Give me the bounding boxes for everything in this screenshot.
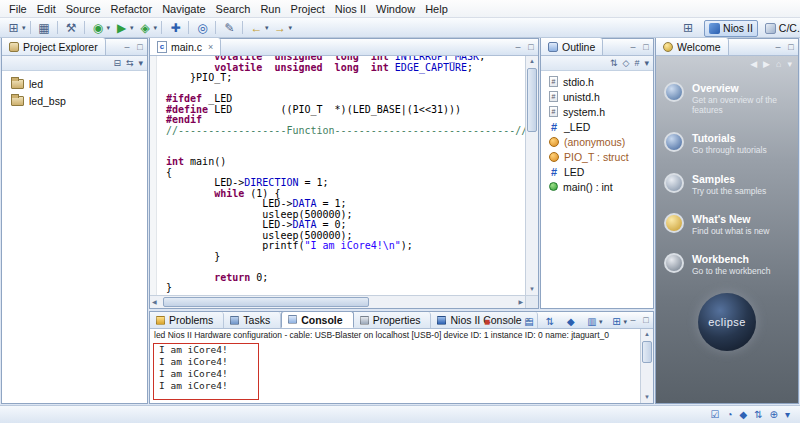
menu-item[interactable]: Window	[371, 1, 420, 17]
menu-item[interactable]: Navigate	[157, 1, 210, 17]
outline-item[interactable]: _LED	[541, 119, 653, 134]
minimize-icon[interactable]: –	[628, 40, 638, 54]
maximize-icon[interactable]: □	[526, 40, 536, 54]
minimize-icon[interactable]: –	[122, 40, 132, 54]
scroll-up-icon[interactable]: ▲	[641, 329, 653, 340]
remove-launch-icon[interactable]: ×	[500, 313, 517, 331]
new-c-project-icon[interactable]: ✚	[166, 19, 186, 37]
view-menu-icon[interactable]: ▾	[787, 59, 792, 69]
build-all-icon[interactable]: ⚒	[62, 19, 82, 37]
view-menu-icon[interactable]: ▾	[644, 57, 649, 70]
menu-item[interactable]: File	[4, 1, 32, 17]
view-menu-icon[interactable]: ▾	[138, 57, 143, 70]
welcome-section[interactable]: TutorialsGo through tutorials	[656, 132, 798, 155]
display-selected-console-icon[interactable]: ▥▾	[584, 313, 605, 331]
forward-icon[interactable]: ▶	[763, 59, 770, 69]
menu-item[interactable]: Project	[286, 1, 330, 17]
welcome-section[interactable]: What's NewFind out what is new	[656, 213, 798, 236]
scroll-down-icon[interactable]: ▼	[526, 284, 538, 295]
scrollbar-thumb[interactable]	[163, 297, 369, 307]
menu-item[interactable]: Search	[211, 1, 256, 17]
outline-item[interactable]: system.h	[541, 104, 653, 119]
collapse-all-icon[interactable]: ⊟	[113, 57, 121, 70]
minimize-icon[interactable]: –	[628, 313, 638, 327]
editor-vertical-scrollbar[interactable]: ▲ ▼	[525, 56, 538, 295]
menu-item[interactable]: Source	[61, 1, 106, 17]
editor-tab-main-c[interactable]: main.c ×	[150, 38, 221, 55]
maximize-icon[interactable]: □	[786, 40, 796, 54]
menu-item[interactable]: Nios II	[330, 1, 371, 17]
menu-item[interactable]: Help	[420, 1, 453, 17]
sort-icon[interactable]: ⇅	[610, 57, 618, 70]
run-icon[interactable]: ▶▾	[112, 19, 136, 37]
maximize-icon[interactable]: □	[135, 40, 145, 54]
perspective-label: Nios II	[723, 22, 753, 34]
outline-item[interactable]: stdio.h	[541, 74, 653, 89]
perspective-cpp-button[interactable]: C/C...	[760, 20, 800, 37]
search-icon[interactable]: ◎	[193, 19, 213, 37]
terminate-icon[interactable]: ■	[479, 313, 496, 331]
status-gem-icon[interactable]: ◆	[739, 407, 747, 423]
clear-console-icon[interactable]: ▤	[521, 313, 538, 331]
scroll-left-icon[interactable]: ◀	[152, 297, 157, 308]
new-wizard-icon[interactable]: ⊞▾	[4, 19, 28, 37]
editor-horizontal-scrollbar[interactable]: ◀ ▶	[150, 295, 525, 308]
status-plus-icon[interactable]: ⊕	[770, 407, 778, 423]
outline-tab[interactable]: Outline	[541, 38, 603, 55]
project-tree-item[interactable]: led	[2, 75, 147, 92]
project-explorer-tab[interactable]: Project Explorer	[2, 38, 106, 55]
status-progress-icon[interactable]: ◔	[726, 407, 732, 423]
editor-content: volatile unsigned long int INTERRUPT_MAS…	[150, 56, 525, 295]
debug-icon[interactable]: ◉▾	[89, 19, 113, 37]
close-icon[interactable]: ×	[208, 42, 213, 52]
open-console-icon[interactable]: ⊞▾	[608, 313, 629, 331]
maximize-icon[interactable]: □	[641, 313, 651, 327]
tab-tasks[interactable]: Tasks	[224, 312, 281, 328]
view-tab-label: Tasks	[243, 314, 270, 326]
status-check-icon[interactable]: ☑	[710, 407, 719, 423]
tab-console[interactable]: Console	[281, 311, 353, 328]
scroll-down-icon[interactable]: ▼	[641, 392, 653, 403]
console-scrollbar[interactable]: ▲ ▼	[640, 329, 653, 403]
last-edit-location-icon[interactable]: ✎	[220, 19, 240, 37]
maximize-icon[interactable]: □	[641, 40, 651, 54]
tab-properties[interactable]: Properties	[354, 312, 432, 328]
external-tools-icon[interactable]: ◈▾	[136, 19, 160, 37]
scrollbar-thumb[interactable]	[642, 341, 652, 363]
toolbar-separator	[30, 21, 33, 34]
hide-fields-icon[interactable]: ◇	[623, 57, 630, 70]
menu-item[interactable]: Run	[255, 1, 285, 17]
status-menu-icon[interactable]: ▾	[785, 407, 790, 423]
pin-console-icon[interactable]: ◆	[563, 313, 580, 331]
scroll-up-icon[interactable]: ▲	[526, 56, 538, 67]
welcome-section[interactable]: WorkbenchGo to the workbench	[656, 253, 798, 276]
outline-item[interactable]: (anonymous)	[541, 134, 653, 149]
welcome-section[interactable]: OverviewGet an overview of the features	[656, 82, 798, 115]
menu-item[interactable]: Edit	[32, 1, 61, 17]
save-icon[interactable]: ▦	[35, 19, 55, 37]
home-icon[interactable]: ⌂	[776, 59, 781, 69]
welcome-tab[interactable]: Welcome	[656, 38, 729, 55]
project-tree-item[interactable]: led_bsp	[2, 92, 147, 109]
scrollbar-thumb[interactable]	[527, 68, 537, 132]
scroll-right-icon[interactable]: ▶	[518, 297, 523, 308]
outline-item[interactable]: LED	[541, 164, 653, 179]
minimize-icon[interactable]: –	[513, 40, 523, 54]
scroll-lock-icon[interactable]: ⇅	[542, 313, 559, 331]
back-icon[interactable]: ←▾	[247, 19, 271, 37]
outline-item[interactable]: main() : int	[541, 179, 653, 194]
status-sync-icon[interactable]: ⇅	[754, 407, 762, 423]
open-perspective-icon[interactable]: ⊞	[680, 21, 696, 35]
outline-item[interactable]: PIO_T : struct	[541, 149, 653, 164]
menu-item[interactable]: Refactor	[106, 1, 158, 17]
perspective-nios-button[interactable]: Nios II	[704, 20, 758, 37]
outline-item[interactable]: unistd.h	[541, 89, 653, 104]
back-icon[interactable]: ◀	[750, 59, 757, 69]
forward-icon[interactable]: →▾	[271, 19, 295, 37]
tab-problems[interactable]: Problems	[150, 312, 224, 328]
code-area[interactable]: volatile unsigned long int INTERRUPT_MAS…	[157, 56, 525, 295]
hide-macros-icon[interactable]: #	[634, 57, 639, 70]
link-with-editor-icon[interactable]: ⇆	[126, 57, 134, 70]
welcome-section[interactable]: SamplesTry out the samples	[656, 173, 798, 196]
minimize-icon[interactable]: –	[773, 40, 783, 54]
